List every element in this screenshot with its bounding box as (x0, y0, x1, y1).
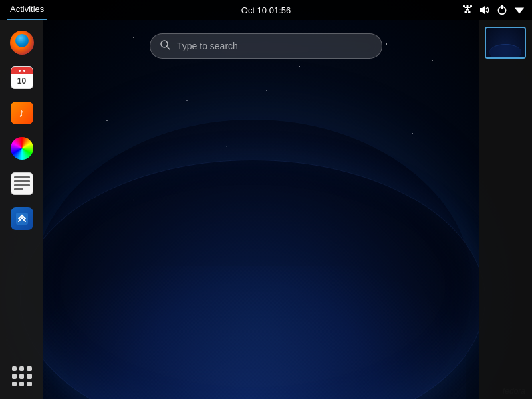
apps-dot (12, 382, 17, 386)
svg-rect-8 (465, 11, 467, 13)
system-tray (462, 4, 525, 16)
search-container (150, 33, 382, 59)
dock-item-notes[interactable] (6, 168, 38, 200)
apps-grid-icon (11, 365, 33, 388)
search-icon (160, 40, 170, 52)
workspace-thumb-bg (486, 28, 525, 57)
svg-rect-9 (468, 11, 471, 13)
tray-chevron-down-icon[interactable] (513, 4, 525, 16)
dock-item-rhythmbox[interactable]: ♪ (6, 97, 38, 129)
activities-button[interactable]: Activities (7, 0, 47, 20)
svg-rect-6 (466, 9, 467, 11)
thumb-earth (489, 44, 521, 59)
notes-icon (11, 172, 33, 195)
network-tray-icon[interactable] (462, 4, 473, 16)
workspace-thumbnail[interactable] (485, 27, 526, 59)
color-picker-icon (11, 137, 33, 160)
topbar: Activities Oct 10 01:56 (0, 0, 532, 20)
firefox-icon (10, 31, 34, 55)
apps-dot (27, 366, 31, 371)
calendar-day-number: 10 (17, 76, 26, 86)
workspace-panel (479, 20, 532, 399)
svg-rect-7 (469, 9, 470, 11)
apps-dot (27, 374, 31, 378)
svg-marker-13 (515, 7, 524, 13)
apps-dot (27, 382, 31, 386)
apps-dot (19, 374, 24, 378)
dock-item-app-grid[interactable] (6, 360, 38, 392)
dock-item-calendar[interactable]: 10 (6, 62, 38, 94)
dock-item-software[interactable] (6, 203, 38, 235)
dock-item-firefox[interactable] (6, 27, 38, 59)
search-input[interactable] (177, 41, 372, 51)
calendar-icon: 10 (11, 66, 33, 89)
apps-dot (12, 374, 17, 378)
volume-tray-icon[interactable] (479, 4, 491, 16)
notes-line (14, 176, 30, 178)
software-icon (11, 207, 33, 230)
dock-item-color-picker[interactable] (6, 132, 38, 164)
apps-dot (12, 366, 17, 371)
desktop (0, 0, 532, 399)
dock: 10 ♪ (0, 20, 43, 399)
notes-line (14, 184, 30, 186)
apps-dot (19, 366, 24, 371)
svg-line-15 (167, 47, 170, 49)
apps-dot (19, 382, 24, 386)
notes-line (14, 188, 23, 190)
svg-marker-10 (480, 6, 485, 14)
search-bar[interactable] (150, 33, 382, 59)
clock: Oct 10 01:56 (241, 5, 291, 15)
power-tray-icon[interactable] (496, 4, 508, 16)
notes-line (14, 180, 30, 182)
rhythmbox-icon: ♪ (11, 102, 33, 124)
